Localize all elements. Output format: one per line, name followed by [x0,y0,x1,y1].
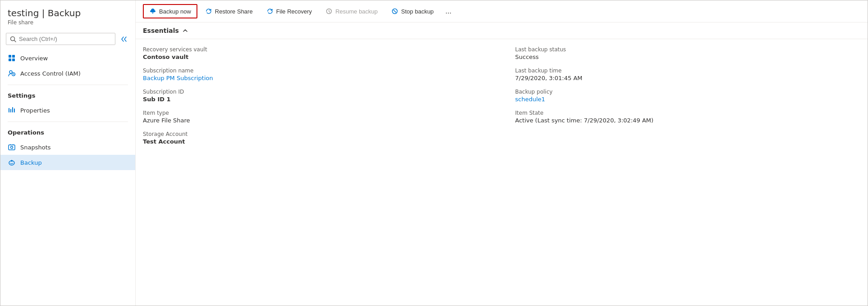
field-last-backup-time: Last backup time 7/29/2020, 3:01:45 AM [515,68,860,81]
field-label-vault: Recovery services vault [143,46,488,53]
app-container: testing | Backup File share [0,0,868,306]
sidebar-item-label-iam: Access Control (IAM) [20,70,81,77]
essentials-body: Recovery services vault Contoso vault Su… [136,39,868,306]
sidebar-item-overview[interactable]: Overview [0,50,135,66]
page-subtitle: File share [8,19,128,26]
file-recovery-button[interactable]: File Recovery [260,4,318,18]
svg-point-6 [9,71,12,73]
field-subscription-id: Subscription ID Sub ID 1 [143,89,488,103]
svg-point-13 [11,146,13,148]
search-icon [10,36,16,42]
sidebar-item-label-properties: Properties [20,107,50,114]
field-label-item-type: Item type [143,110,488,116]
svg-rect-10 [12,107,13,112]
toolbar: Backup now Restore Share [136,0,868,22]
field-item-state: Item State Active (Last sync time: 7/29/… [515,110,860,124]
svg-line-17 [394,10,396,13]
sidebar-item-label-snapshots: Snapshots [20,144,51,151]
restore-icon [205,8,212,15]
field-label-sub-name: Subscription name [143,68,488,74]
overview-icon [8,54,16,62]
title-normal: Backup [48,8,81,18]
title-bold: testing [8,8,39,18]
search-box[interactable] [6,33,115,45]
svg-rect-11 [14,108,15,112]
search-input[interactable] [19,36,111,42]
resume-backup-button[interactable]: Resume backup [320,4,384,18]
svg-rect-2 [9,55,11,58]
backup-now-button[interactable]: Backup now [143,4,197,18]
essentials-collapse-icon [183,28,188,33]
more-actions-label: ... [445,7,451,15]
sidebar: testing | Backup File share [0,0,136,306]
field-label-item-state: Item State [515,110,860,116]
restore-share-button[interactable]: Restore Share [199,4,259,18]
sidebar-header: testing | Backup File share [0,0,135,29]
resume-backup-label: Resume backup [335,8,378,15]
main-content: Backup now Restore Share [136,0,868,306]
iam-icon [8,69,16,77]
svg-rect-5 [12,58,15,61]
field-value-backup-policy[interactable]: schedule1 [515,96,860,103]
field-value-backup-time: 7/29/2020, 3:01:45 AM [515,75,860,81]
stop-backup-label: Stop backup [401,8,434,15]
sidebar-item-label-backup: Backup [20,159,42,166]
svg-rect-8 [9,108,9,112]
collapse-sidebar-button[interactable] [119,34,130,45]
field-label-storage: Storage Account [143,131,488,137]
field-subscription-name: Subscription name Backup PM Subscription [143,68,488,81]
field-label-sub-id: Subscription ID [143,89,488,95]
divider-settings [8,85,128,85]
field-label-backup-policy: Backup policy [515,89,860,95]
svg-rect-9 [10,109,11,112]
backup-icon [8,158,16,166]
sidebar-item-iam[interactable]: Access Control (IAM) [0,66,135,81]
essentials-right-column: Last backup status Success Last backup t… [488,46,860,298]
field-label-backup-time: Last backup time [515,68,860,74]
operations-section-label: Operations [0,124,135,138]
nav-section-operations: Snapshots Backup [0,138,135,172]
nav-section-settings: Properties [0,101,135,120]
field-value-item-type: Azure File Share [143,117,488,124]
more-actions-button[interactable]: ... [441,4,455,18]
field-last-backup-status: Last backup status Success [515,46,860,60]
field-value-item-state: Active (Last sync time: 7/29/2020, 3:02:… [515,117,860,124]
resume-icon [325,8,333,15]
svg-rect-4 [9,58,11,61]
field-value-backup-status: Success [515,54,860,60]
svg-rect-3 [12,55,15,58]
sidebar-item-properties[interactable]: Properties [0,103,135,118]
stop-backup-button[interactable]: Stop backup [385,4,439,18]
field-backup-policy: Backup policy schedule1 [515,89,860,103]
svg-rect-12 [9,145,15,150]
backup-now-icon [149,8,156,15]
settings-section-label: Settings [0,87,135,101]
restore-share-label: Restore Share [215,8,253,15]
field-value-sub-name[interactable]: Backup PM Subscription [143,75,488,81]
nav-section-main: Overview Access Control (IAM) [0,49,135,83]
properties-icon [8,106,16,114]
field-label-backup-status: Last backup status [515,46,860,53]
divider-operations [8,122,128,122]
file-recovery-icon [266,8,274,15]
field-value-storage: Test Account [143,138,488,145]
sidebar-item-snapshots[interactable]: Snapshots [0,140,135,155]
essentials-title: Essentials [143,27,179,34]
svg-line-1 [14,40,16,42]
search-container [0,29,135,49]
backup-now-label: Backup now [159,8,191,15]
field-value-vault: Contoso vault [143,54,488,60]
field-item-type: Item type Azure File Share [143,110,488,124]
sidebar-item-label-overview: Overview [20,55,48,62]
page-title: testing | Backup [8,8,128,18]
stop-icon [391,8,398,15]
file-recovery-label: File Recovery [276,8,312,15]
sidebar-item-backup[interactable]: Backup [0,155,135,170]
field-recovery-vault: Recovery services vault Contoso vault [143,46,488,60]
essentials-left-column: Recovery services vault Contoso vault Su… [143,46,488,298]
essentials-header[interactable]: Essentials [136,22,868,39]
field-value-sub-id: Sub ID 1 [143,96,488,103]
field-storage-account: Storage Account Test Account [143,131,488,145]
snapshots-icon [8,143,16,151]
